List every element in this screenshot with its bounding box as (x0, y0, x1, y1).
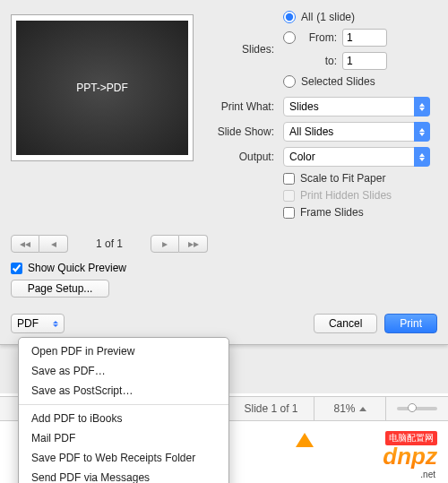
pager-first-button[interactable]: ◂◂ (11, 235, 39, 253)
triangle-icon (296, 433, 314, 447)
pdf-label: PDF (17, 317, 39, 330)
print-dialog: PPT->PDF Slides: All (1 slide) From: (0, 0, 448, 345)
zoom-thumb[interactable] (408, 403, 417, 412)
site-logo-sub: .net (420, 470, 435, 479)
output-select[interactable]: Color (283, 147, 430, 167)
status-slide: Slide 1 of 1 (228, 397, 314, 420)
radio-from[interactable] (283, 31, 296, 44)
zoom-slider[interactable] (397, 407, 437, 410)
check-frame-label: Frame Slides (300, 206, 364, 219)
check-hidden (283, 190, 295, 202)
menu-save-postscript[interactable]: Save as PostScript… (19, 381, 228, 401)
slide-thumb: PPT->PDF (16, 21, 188, 155)
slides-label: Slides: (204, 43, 274, 56)
slide-show-label: Slide Show: (204, 125, 274, 138)
radio-all[interactable] (283, 11, 296, 23)
check-quick-preview[interactable] (11, 263, 22, 274)
menu-save-pdf[interactable]: Save as PDF… (19, 361, 228, 381)
check-scale-label: Scale to Fit Paper (300, 172, 385, 185)
radio-selected-label: Selected Slides (301, 75, 375, 88)
slide-preview: PPT->PDF (11, 14, 194, 161)
check-hidden-label: Print Hidden Slides (300, 189, 392, 202)
from-label: From: (301, 31, 337, 44)
print-what-label: Print What: (204, 100, 274, 113)
slide-show-select[interactable]: All Slides (283, 122, 430, 142)
check-frame[interactable] (283, 207, 295, 219)
menu-send-messages[interactable]: Send PDF via Messages (19, 468, 228, 483)
pdf-dropdown-button[interactable]: PDF (11, 314, 65, 333)
slide-thumb-text: PPT->PDF (76, 82, 128, 94)
status-zoom: 81% (333, 402, 355, 415)
menu-add-ibooks[interactable]: Add PDF to iBooks (19, 409, 228, 428)
page-setup-button[interactable]: Page Setup... (11, 280, 109, 298)
menu-separator (19, 404, 228, 405)
radio-all-label: All (301, 11, 313, 23)
to-label: to: (301, 55, 337, 67)
print-button[interactable]: Print (384, 314, 437, 333)
quick-preview-label: Show Quick Preview (28, 262, 126, 274)
cancel-button[interactable]: Cancel (314, 314, 377, 333)
caret-up-icon (359, 407, 366, 411)
chevron-updown-icon (49, 321, 62, 327)
slide-count: (1 slide) (316, 11, 355, 23)
menu-save-receipts[interactable]: Save PDF to Web Receipts Folder (19, 448, 228, 468)
pager-prev-button[interactable]: ◂ (39, 235, 68, 253)
site-logo: dnpz (383, 443, 437, 470)
radio-selected[interactable] (283, 75, 296, 88)
output-label: Output: (204, 151, 274, 163)
pager-next-button[interactable]: ▸ (151, 235, 179, 253)
check-scale[interactable] (283, 173, 295, 185)
pdf-dropdown-menu: Open PDF in Preview Save as PDF… Save as… (18, 337, 229, 483)
to-input[interactable] (342, 52, 387, 70)
pager-last-button[interactable]: ▸▸ (179, 235, 208, 253)
from-input[interactable] (342, 29, 387, 47)
menu-mail-pdf[interactable]: Mail PDF (19, 428, 228, 448)
page-indicator: 1 of 1 (77, 237, 142, 250)
menu-open-preview[interactable]: Open PDF in Preview (19, 341, 228, 361)
print-what-select[interactable]: Slides (283, 97, 430, 116)
